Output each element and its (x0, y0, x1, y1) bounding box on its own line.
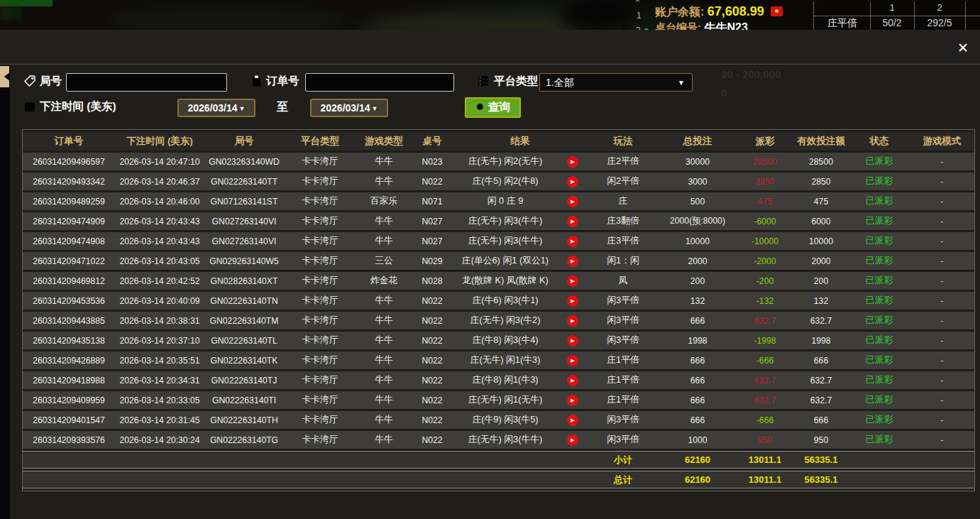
payout-cell: -2000 (737, 252, 793, 270)
replay-button[interactable]: ▶ (567, 176, 578, 187)
sum-payout: 13011.1 (737, 451, 793, 469)
bet-type-cell: 闲1：闲 (588, 252, 659, 270)
limit-row-label: 庄平倍 (815, 17, 870, 30)
replay-button[interactable]: ▶ (567, 236, 578, 247)
platform-cell: 卡卡湾厅 (284, 332, 356, 349)
status-cell: 已派彩 (849, 371, 910, 389)
status-cell: 已派彩 (849, 232, 910, 250)
replay-button[interactable]: ▶ (567, 395, 578, 406)
round-id-cell: GN028263140XT (204, 272, 284, 290)
search-icon (475, 102, 486, 113)
total-bet-cell: 3000 (659, 173, 737, 190)
order-row: 2603142094535362026-03-14 20:40:09GN0222… (23, 292, 974, 310)
calendar-icon (23, 100, 36, 113)
status-cell: 已派彩 (849, 192, 910, 210)
order-id-cell: 260314209426889 (23, 351, 115, 369)
bet-type-cell: 闲3平倍 (588, 312, 659, 329)
order-row: 2603142094892592026-03-14 20:46:00GN0712… (23, 192, 974, 210)
order-row: 2603142094099592026-03-14 20:33:05GN0222… (23, 391, 974, 409)
replay-button[interactable]: ▶ (567, 156, 578, 168)
order-row: 2603142093935762026-03-14 20:30:24GN0222… (23, 431, 974, 449)
replay-button[interactable]: ▶ (567, 196, 578, 207)
game-mode-cell: - (910, 391, 974, 409)
date-to-picker[interactable]: 2026/03/14▼ (310, 99, 388, 117)
replay-button[interactable]: ▶ (567, 275, 578, 287)
round-id-cell: GN022263140TM (204, 312, 284, 329)
bet-type-cell: 庄3平倍 (588, 232, 659, 250)
balance-line: 账户余额: 67,608.99 (655, 4, 783, 20)
round-id-cell: GN027263140VI (204, 212, 284, 230)
table-no-cell: N022 (412, 351, 453, 369)
result-cell: 庄(牛8) 闲3(牛4)▶ (453, 332, 588, 349)
sum-spacer (23, 451, 588, 469)
replay-button[interactable]: ▶ (567, 415, 578, 426)
sum-total-bet: 62160 (659, 471, 737, 488)
column-header: 总投注 (659, 132, 737, 151)
replay-button[interactable]: ▶ (567, 315, 578, 327)
order-id-cell: 260314209418988 (23, 371, 115, 389)
platform-cell: 卡卡湾厅 (284, 351, 356, 369)
order-id-cell: 260314209435138 (23, 332, 115, 349)
search-button[interactable]: 查询 (465, 97, 521, 118)
sum-spacer (23, 471, 588, 488)
chevron-up-icon[interactable]: ⌃ (634, 0, 642, 9)
bet-type-cell: 庄3翻倍 (588, 212, 659, 230)
column-header: 玩法 (588, 132, 659, 151)
valid-bet-cell: 666 (793, 411, 849, 429)
game-type-cell: 牛牛 (356, 431, 412, 449)
payout-cell: -200 (737, 272, 793, 290)
status-cell: 已派彩 (849, 312, 910, 329)
valid-bet-cell: 2000 (793, 252, 849, 270)
table-no-cell: N022 (412, 411, 453, 429)
payout-cell: 28500 (737, 153, 793, 170)
platform-select[interactable]: 1.全部 ▼ (539, 73, 693, 92)
round-id-input[interactable] (66, 73, 227, 92)
round-id-cell: GN022263140TG (204, 431, 284, 449)
table-no-cell: N023 (412, 153, 453, 170)
bet-time-cell: 2026-03-14 20:35:51 (115, 351, 204, 369)
total-bet-cell: 200 (659, 272, 737, 290)
date-from-picker[interactable]: 2026/03/14▼ (177, 99, 255, 117)
order-id-input[interactable] (305, 73, 454, 92)
sum-status-empty (849, 451, 910, 469)
replay-button[interactable]: ▶ (567, 355, 578, 366)
valid-bet-cell: 632.7 (793, 312, 849, 329)
valid-bet-cell: 6000 (793, 212, 849, 230)
replay-button[interactable]: ▶ (567, 256, 578, 267)
platform-cell: 卡卡湾厅 (284, 272, 356, 290)
replay-button[interactable]: ▶ (567, 335, 578, 346)
payout-cell: -6000 (737, 212, 793, 230)
result-cell: 庄(单公6) 闲1 (双公1)▶ (453, 252, 588, 270)
game-type-cell: 炸金花 (356, 272, 412, 290)
platform-cell: 卡卡湾厅 (284, 431, 356, 449)
replay-button[interactable]: ▶ (567, 295, 578, 307)
column-header: 订单号 (23, 132, 115, 151)
total-bet-cell: 1000 (659, 431, 737, 449)
round-id-cell: GN027263140VI (204, 232, 284, 250)
bet-time-cell: 2026-03-14 20:38:31 (115, 312, 204, 329)
order-id-cell: 260314209409959 (23, 391, 115, 409)
result-cell: 庄(无牛) 闲3(牛牛)▶ (453, 431, 588, 449)
replay-button[interactable]: ▶ (567, 435, 578, 446)
status-cell: 已派彩 (849, 153, 910, 170)
replay-button[interactable]: ▶ (567, 375, 578, 386)
platform-cell: 卡卡湾厅 (284, 391, 356, 409)
order-row: 2603142094268892026-03-14 20:35:51GN0222… (23, 351, 974, 369)
table-number-label: 桌台编号: (655, 21, 701, 30)
status-cell: 已派彩 (849, 411, 910, 429)
column-header: 游戏模式 (910, 132, 974, 151)
total-bet-cell: 666 (659, 351, 737, 369)
order-id-cell: 260314209493342 (23, 173, 115, 190)
order-id-cell: 260314209474909 (23, 212, 115, 230)
valid-bet-cell: 10000 (793, 232, 849, 250)
replay-button[interactable]: ▶ (567, 216, 578, 227)
total-bet-cell: 666 (659, 312, 737, 329)
orders-table-body: 2603142094965972026-03-14 20:47:10GN0232… (23, 153, 974, 488)
bet-time-cell: 2026-03-14 20:43:43 (115, 232, 204, 250)
order-id-cell: 260314209453536 (23, 292, 115, 310)
close-icon[interactable]: ✕ (954, 40, 971, 57)
payout-cell: 950 (737, 431, 793, 449)
table-no-cell: N027 (412, 212, 453, 230)
bet-type-cell: 闲3平倍 (588, 411, 659, 429)
table-no-cell: N028 (412, 272, 453, 290)
